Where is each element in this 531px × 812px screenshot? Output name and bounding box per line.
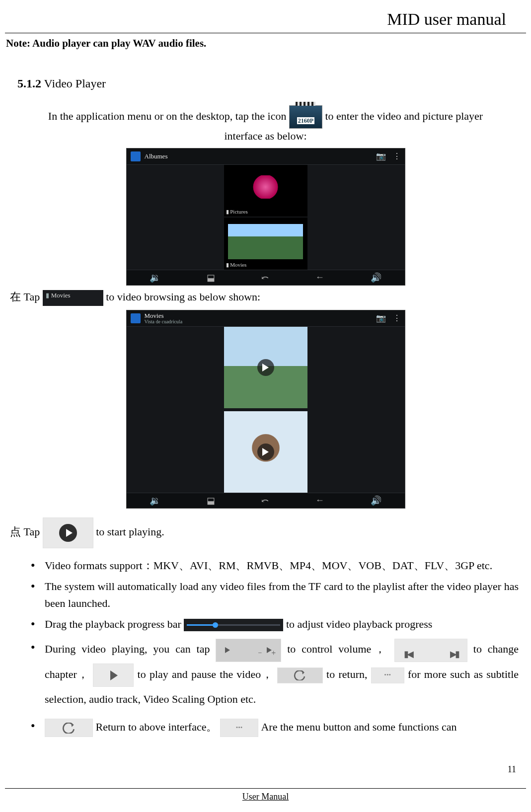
- intro-c: interface as below:: [224, 130, 306, 142]
- ss2-subtitle: Vista de cuadrícula: [145, 319, 183, 324]
- nav-vol-down-icon: 🔉: [150, 272, 160, 283]
- movies-caption: ▮ Movies: [226, 262, 247, 268]
- b5-b: Are the menu button and some functions c…: [261, 721, 456, 733]
- nav-recent-icon: ⬓: [207, 495, 215, 506]
- nav-back-icon: ←: [315, 272, 324, 283]
- more-icon: •••: [220, 719, 258, 737]
- more-icon: •••: [371, 667, 404, 683]
- pictures-caption: ▮ Pictures: [226, 209, 248, 215]
- nav-home-icon: ⤺: [261, 272, 269, 283]
- b3-text-b: to adjust video playback progress: [286, 618, 433, 630]
- tap-play-b: to start playing.: [96, 525, 164, 538]
- b5-a: Return to above interface。: [96, 721, 218, 733]
- chapter-control-icon: [394, 639, 467, 662]
- bullet-progress: Drag the playback progress bar to adjust…: [45, 616, 519, 633]
- app-icon: [131, 313, 141, 323]
- ss2-topbar: Movies Vista de cuadrícula 📷 ⋮: [127, 310, 405, 327]
- play-icon: [257, 359, 274, 376]
- play-thumbnail-icon: [43, 517, 93, 548]
- ss1-navbar: 🔉 ⬓ ⤺ ← 🔊: [127, 270, 405, 285]
- intro-b: to enter the video and picture player: [325, 110, 483, 122]
- b4-b: to control volume，: [287, 643, 388, 655]
- b4-d: to play and pause the video，: [138, 668, 274, 680]
- tap-movies-line: 在 Tap Movies to video browsing as below …: [10, 290, 521, 306]
- camera-icon: 📷: [376, 151, 386, 161]
- movies-button: Movies: [43, 290, 103, 306]
- b3-text-a: Drag the playback progress bar: [45, 618, 184, 630]
- menu-dots-icon: ⋮: [393, 313, 401, 323]
- camera-icon: 📷: [376, 313, 386, 323]
- movies-grid-screenshot: Movies Vista de cuadrícula 📷 ⋮ 🔉 ⬓ ⤺ ← 🔊: [126, 310, 405, 509]
- page-number: 11: [508, 764, 516, 775]
- ss1-title: Albumes: [145, 152, 168, 160]
- video-thumb-1: [224, 327, 307, 408]
- nav-vol-down-icon: 🔉: [150, 495, 160, 506]
- footer-text: User Manual: [242, 792, 289, 802]
- player-2160p-icon: 2160P: [289, 105, 322, 129]
- nav-back-icon: ←: [315, 495, 324, 506]
- b4-a: During video playing, you can tap: [45, 643, 210, 655]
- b4-e: to return,: [326, 668, 367, 680]
- ss2-navbar: 🔉 ⬓ ⤺ ← 🔊: [127, 493, 405, 508]
- nav-vol-up-icon: 🔊: [371, 272, 381, 283]
- nav-home-icon: ⤺: [261, 495, 269, 506]
- tap-play-a: 点 Tap: [10, 525, 43, 538]
- tap-play-line: 点 Tap to start playing.: [10, 517, 521, 548]
- section-title: Video Player: [41, 77, 106, 90]
- volume-control-icon: −+: [216, 639, 281, 662]
- return-icon: [45, 719, 93, 737]
- nav-vol-up-icon: 🔊: [371, 495, 381, 506]
- page-header: MID user manual: [5, 0, 526, 33]
- section-heading: 5.1.2 Video Player: [5, 50, 526, 90]
- albums-screenshot: Albumes 📷 ⋮ ▮ Pictures ▮ Movies 🔉 ⬓ ⤺ ← …: [126, 148, 405, 286]
- video-thumb-2: [224, 411, 307, 493]
- bullet-formats: Video formats support：MKV、AVI、RM、RMVB、MP…: [45, 557, 519, 574]
- audio-note: Note: Audio player can play WAV audio fi…: [5, 33, 526, 50]
- progress-bar-icon: [184, 619, 283, 631]
- ss1-topbar: Albumes 📷 ⋮: [127, 148, 405, 165]
- bullet-controls: During video playing, you can tap −+ to …: [45, 637, 519, 712]
- return-icon: [277, 667, 323, 683]
- bullet-return-menu: Return to above interface。 ••• Are the m…: [45, 716, 519, 738]
- tap-movies-b: to video browsing as below shown:: [106, 291, 260, 303]
- section-number: 5.1.2: [17, 77, 41, 90]
- nav-recent-icon: ⬓: [207, 272, 215, 283]
- menu-dots-icon: ⋮: [393, 151, 401, 161]
- ss2-title: Movies: [145, 312, 183, 319]
- intro-a: In the application menu or on the deskto…: [48, 110, 289, 122]
- tap-movies-a: 在 Tap: [10, 291, 43, 303]
- bullet-autoload: The system will automatically load any v…: [45, 578, 519, 612]
- intro-paragraph: In the application menu or on the deskto…: [10, 105, 521, 144]
- pictures-thumb: ▮ Pictures: [224, 165, 307, 217]
- page-footer: User Manual: [5, 788, 526, 802]
- movies-thumb: ▮ Movies: [224, 218, 307, 270]
- play-icon: [257, 443, 274, 460]
- feature-bullets: Video formats support：MKV、AVI、RM、RMVB、MP…: [0, 557, 531, 738]
- play-pause-icon: [93, 664, 134, 687]
- app-icon: [131, 151, 141, 161]
